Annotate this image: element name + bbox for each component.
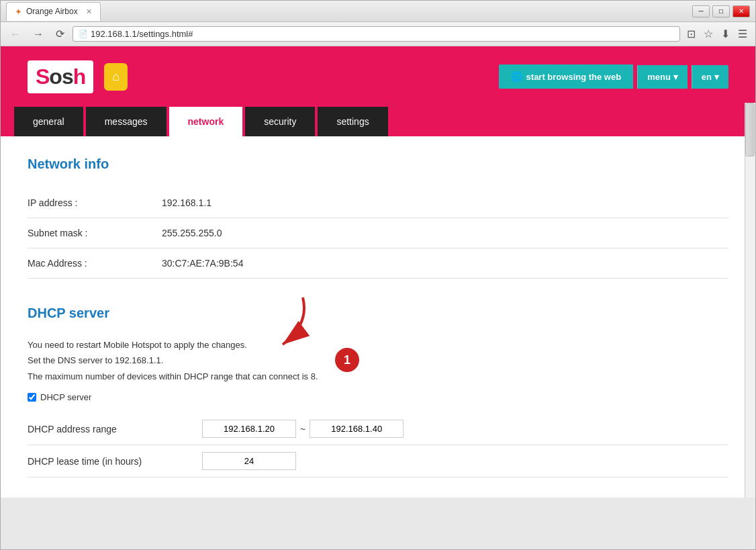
header-right: 🌐 start browsing the web menu ▾ en ▾ <box>499 64 728 89</box>
dhcp-lease-time-label: DHCP lease time (in hours) <box>28 456 202 467</box>
dhcp-note-2: Set the DNS server to 192.168.1.1. <box>28 353 728 368</box>
page-content: Sosh ⌂ 🌐 start browsing the web menu ▾ <box>1 46 755 498</box>
browse-web-button[interactable]: 🌐 start browsing the web <box>499 64 634 89</box>
site-header: Sosh ⌂ 🌐 start browsing the web menu ▾ <box>1 46 755 107</box>
dhcp-checkbox[interactable] <box>28 393 36 402</box>
dhcp-checkbox-row[interactable]: DHCP server <box>28 392 728 402</box>
network-info-heading: Network info <box>28 156 728 172</box>
address-file-icon: 📄 <box>79 30 88 38</box>
mac-address-row: Mac Address : 30:C7:AE:7A:9B:54 <box>28 248 728 279</box>
dhcp-heading: DHCP server <box>28 306 728 321</box>
mac-address-label: Mac Address : <box>28 258 162 269</box>
browser-toolbar: ← → ⟳ 📄 192.168.1.1/settings.html# ⊡ ☆ ⬇… <box>1 22 755 46</box>
scrollbar-track[interactable] <box>745 103 755 498</box>
subnet-mask-label: Subnet mask : <box>28 228 162 238</box>
browser-tab[interactable]: ✦ Orange Airbox ✕ <box>6 2 101 21</box>
dhcp-note-3: The maximum number of devices within DHC… <box>28 369 728 384</box>
tab-network[interactable]: network <box>169 107 243 136</box>
nav-tabs: general messages network security settin… <box>1 107 755 136</box>
close-button[interactable]: ✕ <box>733 5 750 17</box>
downloads-icon[interactable]: ⬇ <box>718 26 733 42</box>
tab-security[interactable]: security <box>245 107 315 136</box>
subnet-mask-value: 255.255.255.0 <box>162 228 222 238</box>
dhcp-checkbox-label: DHCP server <box>40 392 91 402</box>
menu-chevron-icon: ▾ <box>673 72 678 82</box>
network-info-section: Network info IP address : 192.168.1.1 Su… <box>28 156 728 279</box>
menu-icon[interactable]: ☰ <box>735 26 750 42</box>
browser-titlebar: ✦ Orange Airbox ✕ ─ □ ✕ <box>1 1 755 22</box>
tab-close-button[interactable]: ✕ <box>86 7 92 16</box>
lang-label: en <box>702 72 712 82</box>
mac-address-value: 30:C7:AE:7A:9B:54 <box>162 258 243 269</box>
main-content: Network info IP address : 192.168.1.1 Su… <box>1 136 755 498</box>
dhcp-range-from-input[interactable] <box>202 420 296 438</box>
dhcp-lease-time-input[interactable] <box>202 452 296 470</box>
tab-icon: ✦ <box>15 7 22 17</box>
dhcp-notes: You need to restart Mobile Hotspot to ap… <box>28 337 728 384</box>
reload-button[interactable]: ⟳ <box>52 26 68 42</box>
forward-button[interactable]: → <box>29 27 48 42</box>
menu-dropdown-button[interactable]: menu ▾ <box>637 65 688 89</box>
scrollbar-thumb[interactable] <box>745 103 755 156</box>
sosh-logo: Sosh <box>28 60 93 93</box>
dhcp-address-range-row: DHCP address range ~ <box>28 413 728 445</box>
ip-address-label: IP address : <box>28 197 162 208</box>
dhcp-lease-input-wrap <box>202 452 296 470</box>
dhcp-address-range-label: DHCP address range <box>28 424 202 434</box>
tab-messages[interactable]: messages <box>86 107 167 136</box>
browser-window: ✦ Orange Airbox ✕ ─ □ ✕ ← → ⟳ 📄 192.168.… <box>0 0 756 550</box>
header-left: Sosh ⌂ <box>28 60 128 93</box>
dhcp-note-1: You need to restart Mobile Hotspot to ap… <box>28 337 728 353</box>
dhcp-range-to-input[interactable] <box>310 420 404 438</box>
subnet-mask-row: Subnet mask : 255.255.255.0 <box>28 218 728 248</box>
dhcp-lease-time-row: DHCP lease time (in hours) <box>28 445 728 477</box>
ip-address-row: IP address : 192.168.1.1 <box>28 188 728 218</box>
tab-title: Orange Airbox <box>26 7 78 16</box>
tilde-separator: ~ <box>300 424 305 434</box>
back-button[interactable]: ← <box>6 27 25 42</box>
content-area: 1 Network info IP address : 192.168.1.1 … <box>1 136 755 498</box>
minimize-button[interactable]: ─ <box>692 5 710 17</box>
dhcp-range-inputs: ~ <box>202 420 404 438</box>
tab-general[interactable]: general <box>14 107 83 136</box>
maximize-button[interactable]: □ <box>712 5 730 17</box>
lang-chevron-icon: ▾ <box>714 72 719 82</box>
address-text: 192.168.1.1/settings.html# <box>91 29 674 39</box>
home-button[interactable]: ⌂ <box>104 63 128 91</box>
language-button[interactable]: en ▾ <box>692 65 728 89</box>
toolbar-right: ⊡ ☆ ⬇ ☰ <box>684 26 750 42</box>
window-controls: ─ □ ✕ <box>692 5 750 17</box>
browse-btn-label: start browsing the web <box>526 72 622 82</box>
ip-address-value: 192.168.1.1 <box>162 197 211 208</box>
cast-icon[interactable]: ⊡ <box>684 26 698 42</box>
globe-icon: 🌐 <box>511 71 522 82</box>
dhcp-section: DHCP server You need to restart Mobile H… <box>28 306 728 477</box>
home-icon: ⌂ <box>112 70 120 84</box>
bookmark-icon[interactable]: ☆ <box>701 26 716 42</box>
tab-settings[interactable]: settings <box>318 107 387 136</box>
sosh-logo-text: Sosh <box>36 64 85 89</box>
address-bar[interactable]: 📄 192.168.1.1/settings.html# <box>73 26 680 42</box>
menu-btn-label: menu <box>647 72 671 82</box>
